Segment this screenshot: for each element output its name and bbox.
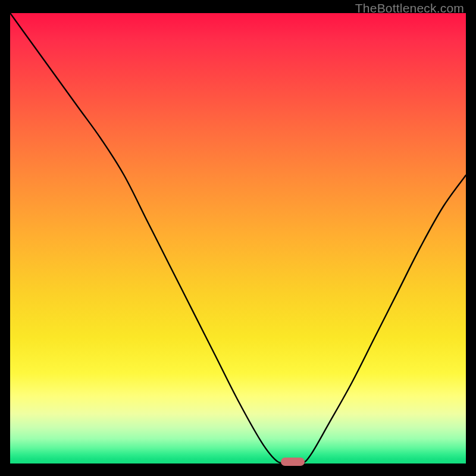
- curve-overlay: [10, 13, 466, 464]
- chart-frame: TheBottleneck.com: [0, 0, 476, 476]
- plot-area: [10, 13, 466, 464]
- optimum-marker: [281, 458, 305, 466]
- bottleneck-curve: [10, 13, 466, 464]
